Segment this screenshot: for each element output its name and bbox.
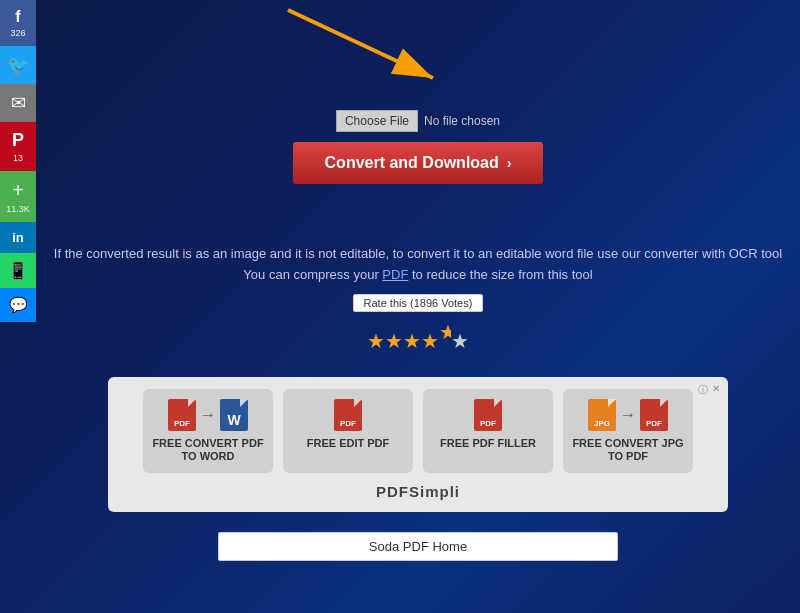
star-rating: ★★★★★★ [367, 316, 469, 357]
convert-label: Convert and Download [325, 154, 499, 172]
ad-top-right: ⓘ ✕ [698, 383, 720, 397]
ad-brand: PDFSimpli [120, 483, 716, 500]
sidebar-item-email[interactable]: ✉ [0, 84, 36, 122]
facebook-icon: f [15, 8, 20, 26]
pdf-icon-4: PDF [640, 399, 668, 431]
rate-button[interactable]: Rate this (1896 Votes) [353, 294, 484, 312]
ad-card-3-label: FREE PDF FILLER [440, 437, 536, 450]
ad-card-3-icons: PDF [474, 399, 502, 431]
file-upload-area: Choose File No file chosen Convert and D… [293, 110, 544, 184]
facebook-count: 326 [10, 28, 25, 38]
ad-card-1-icons: PDF → W [168, 399, 248, 431]
plus-icon: + [12, 179, 24, 202]
ad-card-1[interactable]: PDF → W FREE CONVERT PDF TO WORD [143, 389, 273, 473]
whatsapp-icon: 📱 [8, 261, 28, 280]
ad-cards: PDF → W FREE CONVERT PDF TO WORD PDF FRE… [120, 389, 716, 473]
ad-close-icon[interactable]: ✕ [712, 383, 720, 397]
ad-card-2-icons: PDF [334, 399, 362, 431]
linkedin-icon: in [12, 230, 24, 245]
sidebar-item-facebook[interactable]: f 326 [0, 0, 36, 46]
rating-area: Rate this (1896 Votes) ★★★★★★ [54, 294, 782, 357]
jpg-icon: JPG [588, 399, 616, 431]
ad-section: ⓘ ✕ PDF → W FREE CONVERT PDF TO WORD [108, 377, 728, 512]
svg-line-1 [288, 10, 433, 78]
ad-card-2[interactable]: PDF FREE EDIT PDF [283, 389, 413, 473]
ad-card-4-label: FREE CONVERT JPG TO PDF [571, 437, 685, 463]
ad-card-2-label: FREE EDIT PDF [307, 437, 390, 450]
social-sidebar: f 326 🐦 ✉ P 13 + 11.3K in 📱 💬 [0, 0, 36, 613]
convert-download-button[interactable]: Convert and Download › [293, 142, 544, 184]
pdf-icon-1: PDF [168, 399, 196, 431]
sidebar-item-linkedin[interactable]: in [0, 222, 36, 253]
file-input-row: Choose File No file chosen [336, 110, 500, 132]
ad-info-icon[interactable]: ⓘ [698, 383, 708, 397]
info-line2: You can compress your PDF to reduce the … [54, 265, 782, 286]
pinterest-icon: P [12, 130, 24, 151]
ad-card-1-label: FREE CONVERT PDF TO WORD [151, 437, 265, 463]
arrow-graphic [278, 0, 478, 100]
pdf-icon-3: PDF [474, 399, 502, 431]
plus-count: 11.3K [6, 204, 30, 214]
sidebar-item-pinterest[interactable]: P 13 [0, 122, 36, 171]
footer-link[interactable]: Soda PDF Home [218, 532, 618, 561]
arrow-area [36, 0, 800, 110]
info-line1: If the converted result is as an image a… [54, 244, 782, 265]
pinterest-count: 13 [13, 153, 23, 163]
convert-arrow-icon: › [507, 155, 512, 171]
sidebar-item-plus[interactable]: + 11.3K [0, 171, 36, 222]
messenger-icon: 💬 [9, 296, 28, 314]
word-icon: W [220, 399, 248, 431]
sidebar-item-twitter[interactable]: 🐦 [0, 46, 36, 84]
twitter-icon: 🐦 [7, 54, 29, 76]
ad-card-4-icons: JPG → PDF [588, 399, 668, 431]
arrow-between-icon: → [200, 406, 216, 424]
choose-file-button[interactable]: Choose File [336, 110, 418, 132]
main-content: Choose File No file chosen Convert and D… [36, 0, 800, 613]
arrow-between-icon-2: → [620, 406, 636, 424]
sidebar-item-whatsapp[interactable]: 📱 [0, 253, 36, 288]
ad-card-4[interactable]: JPG → PDF FREE CONVERT JPG TO PDF [563, 389, 693, 473]
pdf-icon-2: PDF [334, 399, 362, 431]
pdf-compress-link[interactable]: PDF [382, 267, 408, 282]
email-icon: ✉ [11, 92, 26, 114]
no-file-label: No file chosen [424, 114, 500, 128]
ad-card-3[interactable]: PDF FREE PDF FILLER [423, 389, 553, 473]
sidebar-item-messenger[interactable]: 💬 [0, 288, 36, 322]
info-section: If the converted result is as an image a… [54, 244, 782, 357]
